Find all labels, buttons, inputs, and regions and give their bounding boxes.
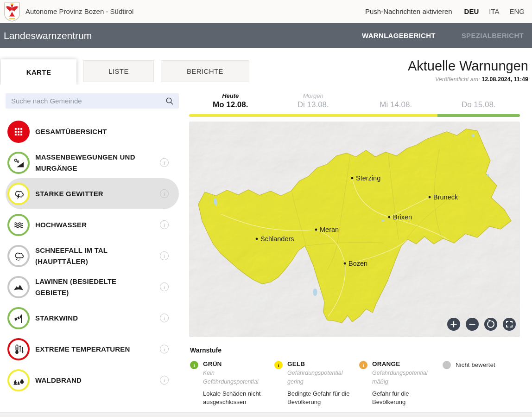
nav-spezialbericht[interactable]: SPEZIALBERICHT <box>462 32 524 39</box>
sidebar-item-gesamtuebersicht[interactable]: GESAMTÜBERSICHT <box>6 116 179 147</box>
sidebar-item-lawinen[interactable]: LAWINEN (BESIEDELTE GEBIETE) i <box>6 271 179 302</box>
thunderstorm-icon <box>12 187 25 200</box>
sidebar-item-extreme-temperaturen[interactable]: EXTREME TEMPERATUREN i <box>6 334 179 365</box>
info-icon[interactable]: i <box>160 282 169 291</box>
sidebar-item-schneefall[interactable]: SCHNEEFALL IM TAL (HAUPTTÄLER) i <box>6 240 179 271</box>
forest-fire-icon <box>12 374 25 387</box>
zoom-in-button[interactable] <box>447 318 460 331</box>
sidebar-item-hochwasser[interactable]: HOCHWASSER i <box>6 209 179 240</box>
tab-berichte[interactable]: BERICHTE <box>161 60 249 82</box>
day-prefix <box>437 92 520 100</box>
city-dot-brixen <box>388 216 391 218</box>
language-switcher: DEU ITA ENG <box>464 7 525 15</box>
day-tab-mi[interactable]: Mi 14.08. <box>355 92 437 109</box>
level-description: Bedingte Gefahr für die Bevölkerung <box>287 390 355 407</box>
grid-icon <box>13 126 24 137</box>
landeswarnzentrum-page: Autonome Provinz Bozen - Südtirol Push-N… <box>0 0 532 417</box>
orange-level-icon: i <box>359 361 367 369</box>
brand-title: Autonome Provinz Bozen - Südtirol <box>25 7 133 15</box>
warning-level-ring <box>7 338 30 360</box>
warning-level-ring <box>7 214 30 236</box>
level-subtitle: Gefährdungspotential gering <box>287 369 347 386</box>
province-coat-of-arms-icon <box>4 2 20 22</box>
day-label: Di 13.08. <box>272 100 355 109</box>
fullscreen-button[interactable] <box>503 318 516 331</box>
navbar: Landeswarnzentrum WARNLAGEBERICHT SPEZIA… <box>0 23 532 48</box>
green-level-icon: i <box>190 361 198 369</box>
warning-level-ring <box>7 307 30 329</box>
city-dot-bruneck <box>429 196 431 199</box>
day-tab-mo[interactable]: Heute Mo 12.08. <box>189 92 272 109</box>
tab-karte[interactable]: KARTE <box>1 59 76 85</box>
level-subtitle: Kein Gefährdungspotential <box>203 369 262 386</box>
page-title: Aktuelle Warnungen <box>408 58 528 74</box>
sidebar-item-label: SCHNEEFALL IM TAL (HAUPTTÄLER) <box>35 245 146 267</box>
city-label: Bozen <box>348 260 367 267</box>
warning-level-ring <box>7 183 30 205</box>
day-prefix <box>355 92 437 100</box>
info-icon[interactable]: i <box>160 251 169 260</box>
level-description: Gefahr für die Bevölkerung <box>372 390 439 407</box>
day-tab-do[interactable]: Do 15.08. <box>437 92 520 109</box>
info-icon[interactable]: i <box>160 345 169 353</box>
published-line: Veröffentlicht am: 12.08.2024, 11:49 <box>435 76 528 83</box>
search-input[interactable] <box>6 97 165 105</box>
warning-level-bar <box>437 114 520 117</box>
zoom-out-button[interactable] <box>466 318 479 331</box>
info-icon[interactable]: i <box>160 376 169 385</box>
day-tab-di[interactable]: Morgen Di 13.08. <box>272 92 355 109</box>
warning-level-ring <box>7 245 30 267</box>
legend-level-gelb: i GELB Gefährdungspotential gering Bedin… <box>274 360 359 407</box>
warning-level-bar <box>272 114 355 117</box>
warning-level-legend: Warnstufe i GRÜN Kein Gefährdungspotenti… <box>190 346 520 407</box>
sidebar-item-label: MASSENBEWEGUNGEN UND MURGÄNGE <box>35 152 146 174</box>
overview-badge <box>7 121 30 143</box>
push-notifications-link[interactable]: Push-Nachrichten aktivieren <box>365 7 452 15</box>
info-icon[interactable]: i <box>160 314 169 322</box>
level-name: ORANGE <box>372 360 439 367</box>
sidebar-item-massenbewegungen[interactable]: MASSENBEWEGUNGEN UND MURGÄNGE i <box>6 147 179 178</box>
city-dot-meran <box>315 229 317 231</box>
city-label: Schlanders <box>260 235 294 243</box>
search-icon[interactable] <box>165 97 174 105</box>
tab-mask <box>0 85 260 90</box>
city-dot-bozen <box>344 263 346 265</box>
level-description: Lokale Schäden nicht ausgeschlossen <box>203 390 270 407</box>
city-label: Meran <box>320 226 339 233</box>
info-icon[interactable]: i <box>160 158 169 167</box>
info-icon[interactable]: i <box>160 220 169 229</box>
day-prefix: Heute <box>189 92 272 100</box>
page-bottom-strip <box>0 412 532 417</box>
city-dot-schlanders <box>256 238 258 240</box>
not-rated-level-icon <box>443 361 451 369</box>
sidebar-item-label: STARKWIND <box>35 313 78 324</box>
day-label: Mi 14.08. <box>355 100 437 109</box>
lang-ita[interactable]: ITA <box>489 7 499 15</box>
sidebar-item-label: STARKE GEWITTER <box>35 188 103 199</box>
sidebar-item-label: HOCHWASSER <box>35 219 87 231</box>
lang-deu[interactable]: DEU <box>464 7 479 15</box>
sidebar-item-starke-gewitter[interactable]: STARKE GEWITTER i <box>6 178 179 209</box>
level-name: Nicht bewertet <box>456 361 495 368</box>
nav-warnlagebericht[interactable]: WARNLAGEBERICHT <box>362 32 436 39</box>
level-name: GELB <box>287 360 355 367</box>
sidebar-item-waldbrand[interactable]: WALDBRAND i <box>6 365 179 396</box>
legend-level-gruen: i GRÜN Kein Gefährdungspotential Lokale … <box>190 360 274 407</box>
sidebar-item-label: WALDBRAND <box>35 375 82 386</box>
day-label: Mo 12.08. <box>189 100 272 109</box>
warning-map[interactable]: Sterzing Bruneck Brixen Meran Schlanders… <box>189 122 520 337</box>
landslide-icon <box>12 156 25 169</box>
day-selector: Heute Mo 12.08. Morgen Di 13.08. Mi 14.0… <box>189 92 520 117</box>
city-label: Sterzing <box>356 174 380 182</box>
reset-view-button[interactable] <box>484 318 497 331</box>
warning-level-ring <box>7 276 30 298</box>
top-header: Autonome Provinz Bozen - Südtirol Push-N… <box>0 0 532 23</box>
lang-eng[interactable]: ENG <box>509 7 525 15</box>
legend-level-orange: i ORANGE Gefährdungspotential mäßig Gefa… <box>359 360 443 407</box>
sidebar-item-starkwind[interactable]: STARKWIND i <box>6 302 179 334</box>
published-value: 12.08.2024, 11:49 <box>481 76 528 83</box>
city-label: Bruneck <box>433 193 458 201</box>
tab-liste[interactable]: LISTE <box>83 60 154 82</box>
info-icon[interactable]: i <box>160 189 169 198</box>
city-dot-sterzing <box>351 177 354 180</box>
